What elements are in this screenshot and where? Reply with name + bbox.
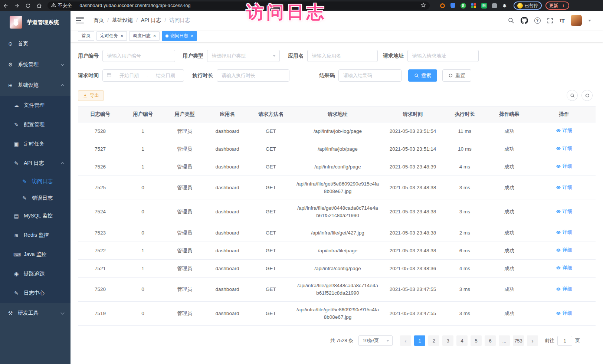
page-size-select[interactable]: 10条/页: [358, 335, 393, 346]
cell-time: 2021-05-03 23:48:39: [382, 159, 443, 175]
detail-link-label: 详细: [563, 264, 573, 272]
reset-button[interactable]: 重置: [442, 69, 471, 82]
duration-input[interactable]: [217, 69, 289, 82]
sidebar-item-home[interactable]: ⊙首页: [0, 33, 71, 54]
sidebar-item-file[interactable]: ☁文件管理: [0, 96, 71, 115]
more-pages-icon[interactable]: ...: [499, 335, 510, 346]
chevron-down-icon[interactable]: [588, 20, 591, 22]
page-button-4[interactable]: 4: [456, 335, 468, 346]
app-name-input[interactable]: [307, 50, 378, 62]
goto-page-input[interactable]: [557, 336, 572, 346]
date-range-picker[interactable]: 开始日期 - 结束日期: [102, 69, 184, 82]
page-button-6[interactable]: 6: [485, 335, 496, 346]
cell-result: 成功: [486, 180, 532, 196]
export-button[interactable]: 导出: [78, 90, 104, 101]
browser-home-icon[interactable]: [33, 0, 45, 11]
extension-icon[interactable]: S: [460, 3, 466, 9]
detail-link[interactable]: 详细: [556, 163, 573, 170]
detail-link[interactable]: 详细: [556, 127, 573, 134]
browser-reload-icon[interactable]: [22, 0, 33, 11]
cell-user_type: 管理员: [163, 281, 206, 298]
breadcrumb-separator: /: [107, 17, 109, 23]
fullscreen-icon[interactable]: [547, 17, 553, 24]
detail-link[interactable]: 详细: [556, 264, 573, 272]
cell-result: 成功: [486, 204, 532, 220]
help-icon[interactable]: ?: [534, 17, 541, 24]
toggle-search-icon[interactable]: [567, 90, 578, 101]
prev-page-button[interactable]: ‹: [400, 335, 411, 346]
sidebar-item-config[interactable]: ✎配置管理: [0, 115, 71, 134]
sidebar-item-devtools[interactable]: ⚒研发工具: [0, 303, 71, 324]
sidebar-item-log-center[interactable]: ✎日志中心: [0, 283, 71, 303]
sidebar-item-system[interactable]: ⚙系统管理: [0, 54, 71, 75]
page-content: 用户编号 用户类型 请选择用户类型 应用名 请求地址 请求时间 开始日期 - 结…: [71, 42, 603, 364]
browser-profile-chip[interactable]: 已暂停: [514, 1, 542, 10]
extensions-menu-icon[interactable]: ✱: [502, 3, 508, 9]
page-button-5[interactable]: 5: [471, 335, 482, 346]
sidebar-item-label: 配置管理: [24, 121, 45, 128]
browser-back-icon[interactable]: [0, 0, 11, 11]
table-body: 75281管理员dashboardGET/api/infra/job-log/p…: [78, 122, 596, 326]
cell-result: 成功: [486, 123, 532, 140]
close-icon[interactable]: ×: [153, 34, 156, 38]
address-bar[interactable]: 不安全 dashboard.yudao.iocoder.cn/infra/log…: [47, 1, 430, 10]
page-button-753[interactable]: 753: [513, 335, 524, 346]
tab-访问日志[interactable]: 访问日志×: [162, 31, 197, 41]
detail-link[interactable]: 详细: [556, 229, 573, 236]
cell-duration: 3 ms: [443, 204, 486, 220]
sidebar-item-access-log[interactable]: ✎访问日志: [0, 173, 71, 190]
cell-url: /api/infra/file/page: [293, 243, 382, 259]
detail-link[interactable]: 详细: [556, 145, 573, 152]
extension-icon[interactable]: [450, 3, 456, 9]
close-icon[interactable]: ×: [191, 34, 193, 38]
font-size-icon[interactable]: TT: [560, 17, 564, 24]
translate-extension-icon[interactable]: 翻: [481, 3, 487, 9]
user-type-select[interactable]: 请选择用户类型: [207, 50, 280, 62]
refresh-icon[interactable]: [581, 90, 593, 101]
breadcrumb-item[interactable]: 访问日志: [169, 17, 190, 24]
user-avatar[interactable]: [571, 15, 582, 26]
cell-time: 2021-05-03 23:48:38: [382, 243, 443, 259]
app-title: 芋道管理系统: [27, 19, 59, 26]
cell-app: dashboard: [206, 225, 249, 241]
tab-定时任务[interactable]: 定时任务×: [96, 31, 127, 41]
page-button-2[interactable]: 2: [428, 335, 439, 346]
browser-forward-icon[interactable]: [11, 0, 22, 11]
breadcrumb-item[interactable]: API 日志: [141, 17, 161, 24]
cell-id: 7523: [78, 225, 122, 241]
detail-link[interactable]: 详细: [556, 208, 573, 215]
result-code-input[interactable]: [338, 69, 402, 82]
sidebar-item-api-log[interactable]: ✎API 日志: [0, 154, 71, 173]
sidebar-item-job[interactable]: ▣定时任务: [0, 134, 71, 154]
close-icon[interactable]: ×: [121, 34, 123, 38]
sidebar-item-error-log[interactable]: ✎错误日志: [0, 190, 71, 206]
sidebar-item-trace[interactable]: ◉链路追踪: [0, 264, 71, 283]
github-icon[interactable]: [521, 17, 528, 24]
extension-icon[interactable]: [471, 3, 476, 9]
sidebar-item-java[interactable]: ⌨Java 监控: [0, 245, 71, 264]
search-icon[interactable]: [508, 17, 514, 24]
detail-link[interactable]: 详细: [556, 285, 573, 293]
sidebar-item-redis[interactable]: ≋Redis 监控: [0, 226, 71, 245]
sidebar-item-infra[interactable]: ⊞基础设施: [0, 75, 71, 96]
extension-icon[interactable]: [491, 3, 497, 9]
request-url-input[interactable]: [407, 50, 479, 62]
page-button-1[interactable]: 1: [414, 335, 425, 346]
tab-调度日志[interactable]: 调度日志×: [129, 31, 160, 41]
breadcrumb-item[interactable]: 首页: [94, 17, 104, 24]
bookmark-star-icon[interactable]: [420, 2, 426, 9]
hamburger-icon[interactable]: [76, 17, 84, 23]
detail-link[interactable]: 详细: [556, 184, 573, 191]
page-button-3[interactable]: 3: [442, 335, 453, 346]
search-button[interactable]: 搜索: [408, 69, 437, 82]
next-page-button[interactable]: ›: [527, 335, 538, 346]
user-id-input[interactable]: [102, 50, 175, 62]
tab-首页[interactable]: 首页: [78, 31, 94, 41]
breadcrumb: 首页/基础设施/API 日志/访问日志: [94, 17, 190, 24]
browser-update-button[interactable]: 更新 ⋮: [545, 1, 569, 10]
sidebar-item-mysql[interactable]: ▤MySQL 监控: [0, 206, 71, 226]
extension-icon[interactable]: [439, 3, 445, 9]
breadcrumb-item[interactable]: 基础设施: [112, 17, 133, 24]
detail-link[interactable]: 详细: [556, 309, 573, 317]
detail-link[interactable]: 详细: [556, 246, 573, 254]
